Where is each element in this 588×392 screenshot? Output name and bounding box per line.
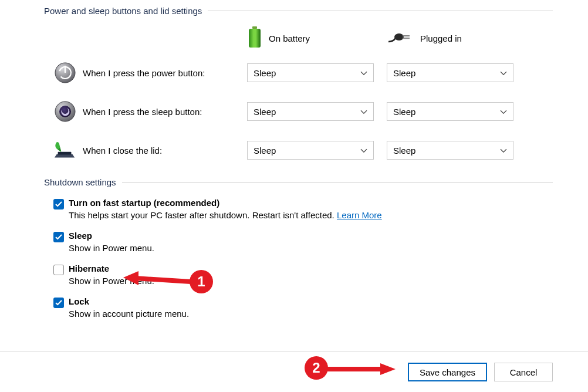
chevron-down-icon <box>360 145 367 155</box>
checkbox-sleep-desc: Show in Power menu. <box>69 243 553 253</box>
plug-icon <box>387 30 414 47</box>
svg-rect-10 <box>58 152 72 155</box>
svg-marker-12 <box>123 271 138 285</box>
chevron-down-icon <box>500 145 507 155</box>
section-shutdown-title: Shutdown settings <box>44 177 116 187</box>
footer: Save changes Cancel <box>0 352 588 392</box>
learn-more-link[interactable]: Learn More <box>337 210 382 220</box>
select-value: Sleep <box>393 68 415 78</box>
section-power-buttons-title: Power and sleep buttons and lid settings <box>44 6 202 16</box>
row-power-button: When I press the power button: Sleep Sle… <box>44 61 553 85</box>
row-sleep-button-label: When I press the sleep button: <box>83 107 247 117</box>
select-sleep-button-plugged[interactable]: Sleep <box>387 102 513 121</box>
select-value: Sleep <box>254 146 276 156</box>
annotation-marker-2: 2 <box>305 356 328 380</box>
column-on-battery-label: On battery <box>269 33 310 43</box>
row-sleep-button: When I press the sleep button: Sleep Sle… <box>44 100 553 123</box>
svg-rect-1 <box>249 29 261 48</box>
row-close-lid: When I close the lid: Sleep Sleep <box>44 138 553 162</box>
save-changes-button[interactable]: Save changes <box>408 363 487 381</box>
section-power-buttons-header: Power and sleep buttons and lid settings <box>44 6 553 16</box>
checkbox-fast-startup[interactable] <box>53 199 64 209</box>
checkbox-sleep[interactable] <box>53 232 64 242</box>
select-value: Sleep <box>393 107 415 117</box>
select-power-button-battery[interactable]: Sleep <box>247 63 374 82</box>
select-value: Sleep <box>254 68 276 78</box>
select-value: Sleep <box>254 107 276 117</box>
row-close-lid-label: When I close the lid: <box>83 146 247 156</box>
select-value: Sleep <box>393 146 415 156</box>
power-button-icon <box>53 61 77 85</box>
select-sleep-button-battery[interactable]: Sleep <box>247 102 374 121</box>
cancel-button[interactable]: Cancel <box>494 363 553 381</box>
column-plugged-in-label: Plugged in <box>420 33 462 43</box>
checkbox-lock-desc: Show in account picture menu. <box>69 309 553 319</box>
laptop-lid-icon <box>53 138 77 162</box>
chevron-down-icon <box>500 106 507 116</box>
chevron-down-icon <box>360 67 367 77</box>
select-power-button-plugged[interactable]: Sleep <box>387 63 513 82</box>
section-shutdown-header: Shutdown settings <box>44 177 553 187</box>
divider <box>122 182 553 183</box>
select-lid-plugged[interactable]: Sleep <box>387 141 513 160</box>
svg-point-2 <box>394 33 404 40</box>
chevron-down-icon <box>500 67 507 77</box>
checkbox-lock-title: Lock <box>69 296 553 306</box>
svg-rect-0 <box>252 26 257 29</box>
column-plugged-in: Plugged in <box>387 30 462 47</box>
svg-line-11 <box>135 278 191 282</box>
sleep-button-icon <box>53 100 77 123</box>
checkbox-sleep-title: Sleep <box>69 231 553 241</box>
row-power-button-label: When I press the power button: <box>83 68 247 78</box>
annotation-arrow-2 <box>326 363 397 375</box>
svg-rect-4 <box>403 38 410 39</box>
checkbox-lock[interactable] <box>53 298 64 308</box>
chevron-down-icon <box>360 106 367 116</box>
checkbox-fast-startup-desc: This helps start your PC faster after sh… <box>69 210 553 220</box>
annotation-arrow-1 <box>123 271 194 289</box>
checkbox-hibernate[interactable] <box>53 265 64 275</box>
svg-rect-3 <box>403 35 410 36</box>
battery-icon <box>246 26 263 50</box>
checkbox-fast-startup-title: Turn on fast startup (recommended) <box>69 198 553 208</box>
divider <box>208 11 553 11</box>
select-lid-battery[interactable]: Sleep <box>247 141 374 160</box>
column-on-battery: On battery <box>246 26 387 50</box>
svg-marker-14 <box>380 363 396 375</box>
